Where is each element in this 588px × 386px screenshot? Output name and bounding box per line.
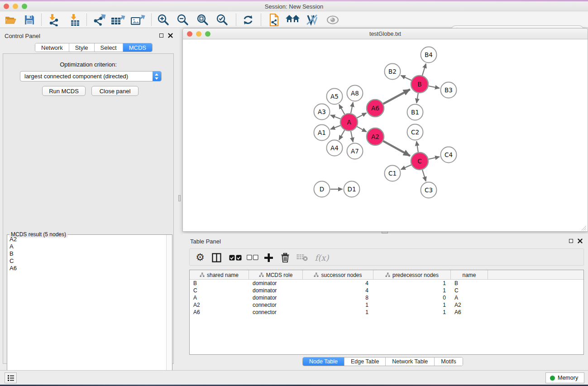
table-cell[interactable]: 8 — [303, 294, 373, 301]
node-B3[interactable]: B3 — [441, 82, 457, 98]
home-icon[interactable] — [285, 13, 301, 27]
table-row[interactable]: Cdominator41C — [190, 287, 583, 294]
node-A[interactable]: A — [340, 114, 358, 131]
edge-B-B4[interactable] — [422, 64, 426, 76]
column-header-predecessor-nodes[interactable]: predecessor nodes — [373, 270, 451, 280]
edge-B-B3[interactable] — [429, 86, 440, 88]
zoom-out-icon[interactable] — [175, 13, 191, 27]
tab-node-table[interactable]: Node Table — [303, 357, 344, 366]
criterion-dropdown[interactable]: largest connected component (directed) — [20, 71, 162, 81]
node-A8[interactable]: A8 — [347, 86, 363, 101]
node-C2[interactable]: C2 — [407, 124, 423, 140]
table-cell[interactable]: 4 — [303, 280, 373, 287]
add-column-icon[interactable] — [261, 251, 276, 264]
table-cell[interactable]: connector — [249, 309, 303, 316]
edge-A-A4[interactable] — [339, 130, 344, 140]
zoom-in-icon[interactable] — [156, 13, 171, 27]
table-row[interactable]: Bdominator41B — [190, 280, 583, 287]
table-cell[interactable]: A6 — [451, 309, 488, 316]
table-cell[interactable]: B — [451, 280, 488, 287]
node-A3[interactable]: A3 — [314, 104, 330, 120]
task-history-button[interactable] — [5, 372, 17, 383]
vertical-divider-handle[interactable] — [178, 195, 181, 201]
run-mcds-button[interactable]: Run MCDS — [42, 86, 86, 96]
table-cell[interactable]: dominator — [249, 294, 303, 301]
table-row[interactable]: A6connector11A6 — [190, 309, 583, 316]
zoom-fit-icon[interactable] — [195, 13, 210, 27]
tab-select[interactable]: Select — [95, 43, 123, 52]
main-titlebar[interactable]: Session: New Session — [0, 1, 588, 11]
table-cell[interactable]: A — [451, 294, 488, 301]
deselect-all-icon[interactable] — [245, 251, 260, 264]
tab-edge-table[interactable]: Edge Table — [344, 357, 386, 366]
table-cell[interactable]: 1 — [373, 309, 451, 316]
network-canvas[interactable]: AA1A3A4A5A7A8A6A2BB1B2B3B4CC1C2C3C4DD1 — [183, 40, 587, 231]
node-B1[interactable]: B1 — [407, 105, 423, 120]
node-A7[interactable]: A7 — [347, 143, 363, 159]
column-header-MCDS-role[interactable]: MCDS role — [249, 270, 303, 280]
table-cell[interactable]: 1 — [373, 280, 451, 287]
node-C1[interactable]: C1 — [385, 166, 401, 181]
export-table-icon[interactable] — [110, 13, 126, 27]
table-cell[interactable]: 0 — [373, 294, 451, 301]
network-from-document-icon[interactable] — [267, 13, 282, 27]
node-D[interactable]: D — [314, 181, 330, 197]
table-cell[interactable]: A — [190, 294, 249, 301]
network-window-titlebar[interactable]: testGlobe.txt — [183, 29, 588, 39]
memory-button[interactable]: Memory — [545, 372, 584, 383]
node-B[interactable]: B — [411, 76, 428, 93]
table-cell[interactable]: dominator — [249, 287, 303, 294]
float-panel-icon[interactable] — [159, 33, 163, 38]
tab-mcds[interactable]: MCDS — [123, 43, 152, 52]
table-cell[interactable]: 1 — [373, 287, 451, 294]
edge-C-C3[interactable] — [422, 170, 426, 181]
node-A2[interactable]: A2 — [367, 128, 384, 145]
node-C4[interactable]: C4 — [441, 147, 457, 163]
edge-A-A7[interactable] — [351, 131, 353, 142]
table-cell[interactable]: A6 — [190, 309, 249, 316]
delete-column-icon[interactable] — [278, 251, 292, 264]
settings-gear-icon[interactable]: ⚙ — [193, 251, 207, 264]
browse-columns-icon[interactable] — [210, 251, 223, 264]
node-B2[interactable]: B2 — [385, 64, 401, 80]
table-cell[interactable]: connector — [249, 301, 303, 309]
select-all-icon[interactable] — [228, 251, 243, 264]
edge-A6-B[interactable] — [383, 89, 410, 104]
result-scrollbar[interactable] — [166, 235, 172, 386]
table-cell[interactable]: A2 — [190, 301, 249, 309]
close-panel-icon[interactable] — [168, 33, 173, 38]
table-cell[interactable]: 1 — [373, 301, 451, 309]
column-header-name[interactable]: name — [451, 270, 488, 280]
node-A4[interactable]: A4 — [327, 140, 343, 156]
refresh-icon[interactable] — [240, 13, 256, 27]
column-header-successor-nodes[interactable]: successor nodes — [303, 270, 373, 280]
export-network-icon[interactable] — [92, 13, 107, 27]
save-icon[interactable] — [22, 13, 37, 27]
node-C3[interactable]: C3 — [421, 182, 437, 198]
open-folder-icon[interactable] — [3, 13, 18, 27]
node-C[interactable]: C — [411, 152, 428, 170]
node-A6[interactable]: A6 — [367, 100, 384, 117]
tab-network[interactable]: Network — [35, 43, 69, 52]
table-cell[interactable]: A2 — [451, 301, 488, 309]
table-cell[interactable]: dominator — [249, 280, 303, 287]
node-A1[interactable]: A1 — [314, 125, 330, 141]
eye-icon[interactable] — [325, 13, 340, 27]
node-B4[interactable]: B4 — [421, 47, 437, 63]
import-table-icon[interactable] — [67, 13, 83, 27]
edge-B-B1[interactable] — [416, 93, 418, 103]
column-header-shared-name[interactable]: shared name — [190, 270, 249, 280]
edge-A-A2[interactable] — [357, 127, 367, 132]
mcds-result-item[interactable]: A2 — [8, 235, 165, 243]
table-cell[interactable]: 4 — [303, 287, 373, 294]
edge-C-C2[interactable] — [416, 141, 418, 152]
table-cell[interactable]: B — [190, 280, 249, 287]
table-cell[interactable]: C — [451, 287, 488, 294]
mcds-result-item[interactable]: B — [8, 250, 165, 257]
close-panel-button[interactable]: Close panel — [91, 86, 139, 96]
window-resize-grip[interactable] — [580, 224, 587, 231]
tab-style[interactable]: Style — [69, 43, 95, 52]
table-row[interactable]: Adominator80A — [190, 294, 583, 301]
edge-A-A5[interactable] — [339, 105, 344, 114]
edge-A-A6[interactable] — [357, 113, 367, 118]
